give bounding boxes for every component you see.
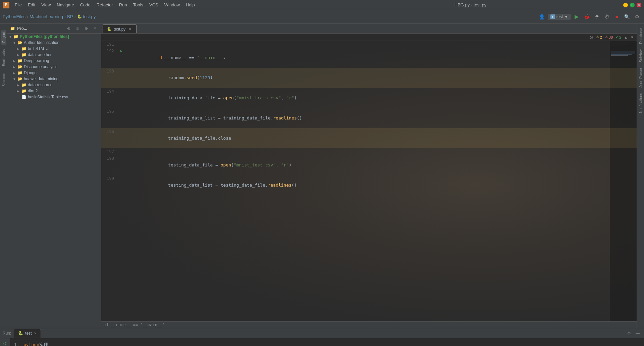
menu-run[interactable]: Run: [116, 2, 130, 8]
tree-csv-file[interactable]: ▶ 📄 basicStatisticTable.csv: [7, 94, 101, 100]
tree-root[interactable]: ▼ 📁 PythonFiles [python files]: [7, 34, 101, 40]
project-add-button[interactable]: ⊕: [65, 25, 72, 32]
left-panel-tabs: Project Bookmarks Structure: [0, 23, 7, 328]
project-gear-button[interactable]: ⚙: [83, 25, 90, 32]
menu-code[interactable]: Code: [77, 2, 93, 8]
maximize-button[interactable]: □: [630, 3, 635, 7]
window-title: HBG.py - test.py: [318, 2, 623, 7]
tree-deeplearning[interactable]: ▶ 📁 DeepLearning: [7, 58, 101, 64]
output-num-1: 1.: [14, 341, 21, 346]
breadcrumb-sep-3: ›: [74, 14, 76, 19]
menu-vcs[interactable]: VCS: [147, 2, 161, 8]
menu-refactor[interactable]: Refactor: [94, 2, 116, 8]
tab-close-button[interactable]: ✕: [127, 27, 132, 32]
json-parser-panel-tab[interactable]: Json Parser: [638, 66, 643, 90]
tree-dim2[interactable]: ▶ 📁 dim 2: [7, 88, 101, 94]
run-button[interactable]: ▶: [572, 12, 581, 21]
bookmarks-tab[interactable]: Bookmarks: [1, 47, 6, 68]
tree-csv-label: basicStatisticTable.csv: [28, 95, 68, 99]
tree-discourse[interactable]: ▶ 📂 Discourse analysis: [7, 64, 101, 70]
line-num-199: 199: [101, 175, 118, 182]
tree-huawei[interactable]: ▼ 📂 huawei data mining: [7, 76, 101, 82]
menu-window[interactable]: Window: [162, 2, 182, 8]
code-line-197: 197: [101, 148, 637, 155]
run-config-label: test: [556, 14, 563, 19]
title-bar: P File Edit View Navigate Code Refactor …: [0, 0, 644, 10]
run-tab-actions: ⚙ —: [625, 330, 641, 337]
nav-up-icon[interactable]: ▲: [624, 35, 628, 39]
code-line-193: 193 random.seed(1129): [101, 68, 637, 88]
tree-da-label: data_another: [28, 52, 52, 57]
code-editor[interactable]: 191 192 ▶ if __name__ == '__main__': 193: [101, 41, 637, 328]
warning-icon: ⚠: [596, 35, 599, 39]
line-num-196: 196: [101, 128, 118, 135]
search-button[interactable]: 🔍: [623, 12, 631, 21]
code-line-195: 195 training_data_list = training_data_f…: [101, 108, 637, 128]
tree-da-folder: 📁: [21, 52, 26, 57]
window-controls: — □ ✕: [623, 3, 641, 7]
stop-button[interactable]: ■: [612, 12, 621, 21]
run-config-icon: t: [550, 14, 555, 19]
run-rerun-button[interactable]: ↺: [1, 340, 9, 346]
breadcrumb-pythonfiles[interactable]: PythonFiles: [3, 14, 25, 19]
project-folder-icon: 📁: [10, 26, 15, 31]
bottom-hint-text: if __name__ == '__main__': [104, 323, 165, 327]
editor-tab-test[interactable]: 🐍 test.py ✕: [103, 24, 137, 33]
tree-django-folder: 📁: [17, 70, 22, 75]
project-close-button[interactable]: ✕: [92, 25, 98, 32]
tree-bilstm-arrow: ▶: [17, 47, 20, 51]
tree-bilstm-folder: 📁: [21, 46, 26, 51]
notifications-panel-tab[interactable]: Notifications: [638, 91, 643, 115]
menu-file[interactable]: File: [12, 2, 24, 8]
tree-ai-folder: 📂: [17, 40, 22, 45]
run-tab-close[interactable]: ✕: [34, 332, 37, 335]
database-panel-tab[interactable]: Database: [638, 26, 643, 46]
tree-ai-arrow: ▼: [13, 41, 16, 45]
ok-icon: ✓: [615, 35, 619, 39]
profile-button[interactable]: 👤: [538, 12, 546, 21]
debug-button[interactable]: 🐞: [582, 12, 591, 21]
breadcrumb-bp[interactable]: BP: [67, 14, 73, 19]
line-content-192: if __name__ == '__main__':: [125, 48, 637, 68]
tree-dim2-arrow: ▶: [17, 89, 20, 93]
structure-tab[interactable]: Structure: [1, 71, 6, 89]
run-settings-button[interactable]: ⚙: [625, 330, 633, 337]
app-icon: P: [3, 2, 9, 8]
minimize-button[interactable]: —: [623, 3, 628, 7]
tree-author-identification[interactable]: ▼ 📂 Author Identification: [7, 40, 101, 46]
close-button[interactable]: ✕: [637, 3, 641, 7]
project-collapse-button[interactable]: ≡: [74, 25, 81, 32]
menu-edit[interactable]: Edit: [25, 2, 38, 8]
sciview-panel-tab[interactable]: SciView: [638, 47, 643, 64]
project-tab[interactable]: Project: [1, 30, 6, 45]
run-minimize-button[interactable]: —: [634, 330, 641, 337]
menu-tools[interactable]: Tools: [130, 2, 146, 8]
settings-button[interactable]: ⚙: [633, 12, 641, 21]
breadcrumb-machinelearning[interactable]: MachineLearning: [30, 14, 63, 19]
line-content-199: testing_data_list = testing_data_file.re…: [125, 175, 637, 195]
bottom-panel: Run: 🐍 test ✕ ⚙ — ↺ 🔧 ■ ≡ ↕ 🖨 🗑 📌 1.: [0, 328, 644, 346]
menu-navigate[interactable]: Navigate: [54, 2, 76, 8]
tree-disc-arrow: ▶: [13, 65, 16, 69]
tree-data-another[interactable]: ▶ 📁 data_another: [7, 52, 101, 58]
tree-dr-arrow: ▶: [17, 83, 20, 87]
tree-bilstm-label: bi_LSTM_att: [28, 46, 51, 51]
menu-help[interactable]: Help: [183, 2, 198, 8]
run-config-dropdown[interactable]: t test ▼: [548, 14, 571, 20]
tree-bilstm[interactable]: ▶ 📁 bi_LSTM_att: [7, 46, 101, 52]
menu-view[interactable]: View: [39, 2, 53, 8]
project-tree: ▼ 📁 PythonFiles [python files] ▼ 📂 Autho…: [7, 34, 101, 328]
coverage-button[interactable]: ☂: [592, 12, 601, 21]
tab-bar: 🐍 test.py ✕: [101, 23, 637, 34]
tree-django[interactable]: ▶ 📁 Django: [7, 70, 101, 76]
run-tab-icon: 🐍: [18, 331, 23, 336]
line-exec-192: ▶: [118, 48, 125, 54]
project-panel: 📁 Pro... ⊕ ≡ ⚙ ✕ ▼ 📁 PythonFiles [python…: [7, 23, 101, 328]
nav-down-icon[interactable]: ▼: [630, 35, 634, 39]
tree-data-resource[interactable]: ▶ 📁 data resource: [7, 82, 101, 88]
line-num-194: 194: [101, 88, 118, 95]
line-num-198: 198: [101, 155, 118, 162]
profile-run-button[interactable]: ⏱: [602, 12, 611, 21]
run-active-tab[interactable]: 🐍 test ✕: [14, 329, 41, 338]
tree-ai-label: Author Identification: [24, 40, 59, 45]
